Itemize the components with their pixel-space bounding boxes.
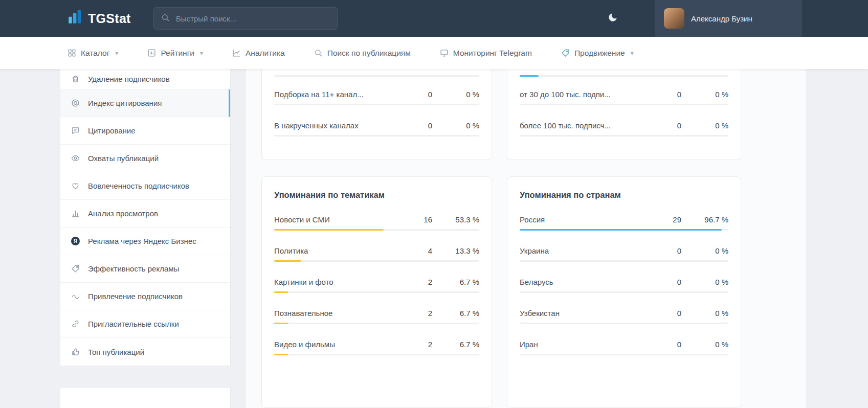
sidebar-item-top-publications[interactable]: Топ публикаций (60, 338, 230, 366)
search-icon (314, 49, 323, 57)
sidebar-item-yandex-business-ads[interactable]: Я Реклама через Яндекс Бизнес (60, 228, 230, 255)
nav-label: Мониторинг Telegram (453, 49, 532, 58)
card-mentions-lists: Подборка на 11+ канал... 0 0 % В накруче… (261, 69, 492, 160)
row-label: Узбекистан (520, 309, 646, 318)
nav-item-catalog[interactable]: Каталог ▾ (68, 49, 118, 58)
user-menu[interactable]: Александр Бузин (655, 0, 802, 37)
ratings-icon (147, 49, 156, 57)
sidebar-item-label: Анализ просмотров (88, 209, 158, 218)
row-value: 0 (646, 90, 681, 99)
sidebar-item-citation[interactable]: Цитирование (60, 117, 230, 145)
stat-row: Иран 0 0 % (520, 340, 728, 355)
row-percent: 6.7 % (432, 278, 479, 286)
row-label: Новости и СМИ (274, 215, 396, 224)
tgstat-logo-icon (68, 10, 83, 27)
sidebar-item-invite-links[interactable]: Пригласительные ссылки (60, 310, 230, 338)
row-percent: 0 % (432, 90, 479, 99)
progress-track (274, 260, 479, 262)
progress-track (520, 354, 728, 355)
sidebar-item-ad-effectiveness[interactable]: Эффективность рекламы (60, 255, 230, 283)
sidebar-item-label: Топ публикаций (88, 348, 144, 356)
stat-row: Картинки и фото 2 6.7 % (274, 278, 479, 293)
nav-item-ratings[interactable]: Рейтинги ▾ (147, 49, 203, 58)
sidebar-item-label: Эффективность рекламы (88, 264, 179, 273)
yandex-icon: Я (71, 237, 80, 245)
dark-mode-toggle[interactable] (603, 8, 623, 29)
sidebar-item-label: Вовлеченность подписчиков (88, 182, 189, 190)
card-mentions-by-topic: Упоминания по тематикам Новости и СМИ 16… (261, 176, 492, 408)
sidebar-item-citation-index[interactable]: Индекс цитирования (60, 89, 230, 117)
tgstat-logo[interactable]: TGStat (68, 0, 131, 37)
chevron-down-icon: ▾ (631, 50, 634, 57)
row-value: 0 (646, 278, 681, 286)
search-icon (161, 13, 170, 24)
sidebar-item-label: Охваты публикаций (88, 154, 159, 163)
sidebar-item-subscriber-engagement[interactable]: Вовлеченность подписчиков (60, 172, 230, 200)
main-nav: Каталог ▾ Рейтинги ▾ Аналитика Поиск по … (0, 37, 868, 69)
row-percent: 6.7 % (432, 340, 479, 349)
row-value: 0 (396, 121, 432, 130)
sidebar-item-publication-reach[interactable]: Охваты публикаций (60, 145, 230, 172)
sidebar-item-subscriber-acquisition[interactable]: Привлечение подписчиков (60, 283, 230, 310)
trash-icon (71, 75, 80, 83)
nav-label: Продвижение (574, 49, 625, 58)
row-value: 0 (646, 340, 681, 349)
row-label: Подборка на 11+ канал... (274, 90, 396, 99)
row-label: Познавательное (274, 309, 396, 318)
eye-icon (71, 154, 80, 163)
row-percent: 96.7 % (681, 215, 728, 224)
sidebar-item-label: Реклама через Яндекс Бизнес (88, 237, 196, 245)
bar-chart-icon (71, 209, 80, 218)
progress-track (520, 260, 728, 262)
card-mentions-by-country: Упоминания по странам Россия 29 96.7 % У… (507, 176, 741, 408)
tag-icon (71, 264, 80, 273)
progress-track (274, 354, 479, 355)
progress-track (520, 291, 728, 293)
progress-track (274, 291, 479, 293)
progress-fill (274, 260, 301, 262)
nav-item-promotion[interactable]: Продвижение ▾ (561, 49, 634, 58)
row-value: 2 (396, 278, 432, 286)
nav-label: Каталог (81, 49, 109, 58)
line-chart-icon (232, 49, 241, 57)
grid-icon (68, 49, 76, 57)
stat-row: Беларусь 0 0 % (520, 278, 728, 293)
quick-search-input[interactable] (175, 14, 330, 24)
moon-icon (607, 12, 618, 25)
nav-label: Поиск по публикациям (327, 49, 411, 58)
stat-row: Подборка на 11+ канал... 0 0 % (274, 90, 479, 105)
row-label: Политика (274, 246, 396, 255)
stat-row: Узбекистан 0 0 % (520, 309, 728, 324)
row-value: 0 (646, 246, 681, 255)
nav-item-analytics[interactable]: Аналитика (232, 49, 285, 58)
nav-item-publication-search[interactable]: Поиск по публикациям (314, 49, 411, 58)
row-value: 0 (646, 309, 681, 318)
progress-fill (520, 229, 722, 231)
progress-track (520, 323, 728, 324)
row-value: 2 (396, 340, 432, 349)
sidebar-item-delete-subscribers[interactable]: Удаление подписчиков (60, 69, 230, 89)
sidebar-item-views-analysis[interactable]: Анализ просмотров (60, 200, 230, 228)
row-percent: 0 % (681, 340, 728, 349)
row-label: Иран (520, 340, 646, 349)
progress-track (520, 104, 728, 105)
row-value: 0 (646, 121, 681, 130)
brand-name: TGStat (88, 11, 131, 26)
progress-fill (274, 354, 288, 355)
sidebar-item-label: Привлечение подписчиков (88, 292, 183, 301)
progress-track (520, 135, 728, 137)
row-label: Россия (520, 215, 646, 224)
stat-row: Украина 0 0 % (520, 246, 728, 262)
stat-row: от 30 до 100 тыс. подпи... 0 0 % (520, 90, 728, 105)
wave-icon (71, 292, 80, 301)
stat-row: Новости и СМИ 16 53.3 % (274, 215, 479, 231)
user-name: Александр Бузин (691, 14, 752, 23)
stat-row: В накрученных каналах 0 0 % (274, 121, 479, 137)
tools-sidebar: Удаление подписчиков Индекс цитирования … (60, 69, 231, 366)
thumbs-up-icon (71, 348, 80, 356)
monitor-icon (440, 49, 449, 57)
row-value: 2 (396, 309, 432, 318)
nav-item-telegram-monitoring[interactable]: Мониторинг Telegram (440, 49, 532, 58)
stat-row: более 100 тыс. подписч... 0 0 % (520, 121, 728, 137)
card-title: Упоминания по тематикам (274, 190, 479, 200)
